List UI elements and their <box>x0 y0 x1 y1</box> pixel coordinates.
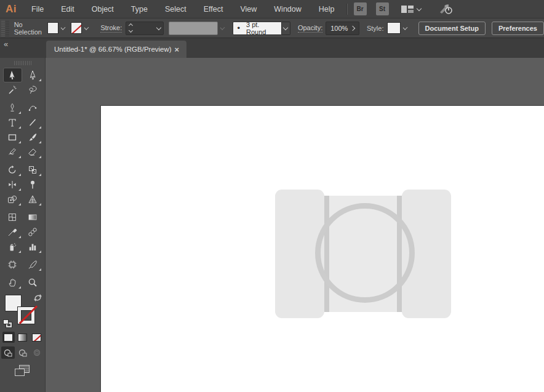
column-graph-tool[interactable] <box>23 239 42 254</box>
brush-chevron-button[interactable] <box>282 22 290 35</box>
rectangle-tool[interactable] <box>3 130 22 145</box>
control-bar: No Selection Stroke: • 3 pt. Round Opaci… <box>0 18 544 38</box>
flyout-triangle-icon <box>39 141 41 143</box>
stock-button[interactable]: St <box>376 2 389 15</box>
menu-item-edit[interactable]: Edit <box>52 0 83 18</box>
paint-type-buttons <box>0 332 45 343</box>
selection-tool[interactable] <box>3 68 22 82</box>
control-bar-grip[interactable] <box>1 20 5 36</box>
tool-row <box>0 239 45 254</box>
stroke-chevron-icon[interactable] <box>84 25 89 30</box>
preferences-button[interactable]: Preferences <box>492 22 544 35</box>
stroke-color-swatch[interactable] <box>71 22 82 34</box>
none-button[interactable] <box>31 332 43 343</box>
menu-divider <box>347 4 348 15</box>
menu-item-effect[interactable]: Effect <box>195 0 232 18</box>
tool-row <box>0 130 45 145</box>
scale-tool[interactable] <box>23 162 42 177</box>
menu-bar: Ai FileEditObjectTypeSelectEffectViewWin… <box>0 0 544 18</box>
eraser-tool[interactable] <box>23 145 42 159</box>
gradient-button[interactable] <box>17 332 29 343</box>
gradient-tool[interactable] <box>23 210 42 225</box>
tab-close-icon[interactable]: × <box>172 46 182 54</box>
swap-arrows-icon <box>33 294 42 302</box>
flyout-triangle-icon <box>18 156 21 158</box>
stepper-down-icon[interactable] <box>129 28 133 33</box>
direct-selection-tool[interactable] <box>23 68 42 82</box>
symbol-sprayer-tool[interactable] <box>3 239 22 254</box>
tools-panel-grip[interactable] <box>14 61 31 65</box>
stroke-weight-stepper[interactable] <box>126 24 135 32</box>
flyout-triangle-icon <box>39 203 41 206</box>
toolbar-collapse-button[interactable]: « <box>0 38 46 58</box>
line-segment-tool[interactable] <box>23 115 42 130</box>
tool-grid <box>0 68 45 290</box>
flyout-triangle-icon <box>39 268 41 271</box>
flyout-triangle-icon <box>18 203 21 206</box>
hand-tool[interactable] <box>3 275 22 290</box>
none-slash-icon <box>71 22 82 34</box>
workspace-switcher[interactable] <box>401 4 423 14</box>
pen-tool[interactable] <box>3 100 22 115</box>
menu-item-type[interactable]: Type <box>122 0 156 18</box>
slice-tool[interactable] <box>23 257 42 272</box>
rotate-tool[interactable] <box>3 162 22 177</box>
default-fill-stroke-button[interactable] <box>3 319 12 327</box>
menu-item-object[interactable]: Object <box>83 0 122 18</box>
zoom-tool[interactable] <box>23 275 42 290</box>
screen-mode-button[interactable] <box>15 365 31 377</box>
menu-items: FileEditObjectTypeSelectEffectViewWindow… <box>23 0 343 18</box>
bridge-button[interactable]: Br <box>354 2 367 15</box>
stroke-weight-chevron-icon[interactable] <box>156 25 161 30</box>
magic-wand-tool[interactable] <box>3 82 22 97</box>
eyedropper-tool[interactable] <box>3 225 22 239</box>
opacity-panel-label[interactable]: Opacity: <box>298 24 322 33</box>
brush-definition-field[interactable]: • 3 pt. Round <box>233 22 281 35</box>
menu-item-window[interactable]: Window <box>265 0 310 18</box>
menu-item-view[interactable]: View <box>231 0 265 18</box>
stroke-panel-label[interactable]: Stroke: <box>100 24 122 33</box>
selection-status: No Selection <box>14 21 48 36</box>
flyout-triangle-icon <box>39 156 41 158</box>
paintbrush-tool[interactable] <box>23 130 42 145</box>
placeholder-circle[interactable] <box>315 203 415 303</box>
document-tab[interactable]: Untitled-1* @ 66.67% (RGB/Preview) × <box>46 41 186 58</box>
shaper-tool[interactable] <box>3 145 22 159</box>
opacity-flyout-icon[interactable] <box>350 25 355 30</box>
control-bar-grip-shadow <box>6 20 9 36</box>
artboard-tool[interactable] <box>3 257 22 272</box>
flyout-triangle-icon <box>18 141 21 143</box>
color-button[interactable] <box>2 332 15 343</box>
puppet-warp-tool[interactable] <box>23 177 42 192</box>
blend-tool[interactable] <box>23 225 42 239</box>
fill-chevron-icon[interactable] <box>61 25 66 30</box>
curvature-tool[interactable] <box>23 100 42 115</box>
tool-row <box>0 210 45 225</box>
shape-builder-tool[interactable] <box>3 192 22 207</box>
tool-row <box>0 100 45 115</box>
collapse-chevrons-icon: « <box>4 39 8 49</box>
tool-row <box>0 257 45 272</box>
type-tool[interactable] <box>3 115 22 130</box>
draw-normal-button[interactable] <box>1 346 15 359</box>
mesh-tool[interactable] <box>3 210 22 225</box>
opacity-input[interactable]: 100% <box>326 22 359 35</box>
canvas-area[interactable] <box>46 58 544 392</box>
document-setup-button[interactable]: Document Setup <box>418 22 486 35</box>
style-swatch[interactable] <box>387 22 401 34</box>
fill-color-swatch[interactable] <box>47 22 58 34</box>
menu-item-file[interactable]: File <box>23 0 52 18</box>
swap-fill-stroke-button[interactable] <box>33 294 42 305</box>
screen-mode-front-icon <box>15 369 25 376</box>
width-tool[interactable] <box>3 177 22 192</box>
stroke-weight-combo[interactable] <box>126 22 164 35</box>
style-chevron-icon[interactable] <box>403 25 408 30</box>
menu-item-help[interactable]: Help <box>310 0 343 18</box>
menu-item-select[interactable]: Select <box>156 0 195 18</box>
draw-behind-button[interactable] <box>16 346 30 359</box>
lasso-tool[interactable] <box>23 82 42 97</box>
gpu-performance-button[interactable] <box>438 4 453 15</box>
stepper-up-icon[interactable] <box>129 23 133 28</box>
perspective-grid-tool[interactable] <box>23 192 42 207</box>
flyout-triangle-icon <box>39 126 41 129</box>
